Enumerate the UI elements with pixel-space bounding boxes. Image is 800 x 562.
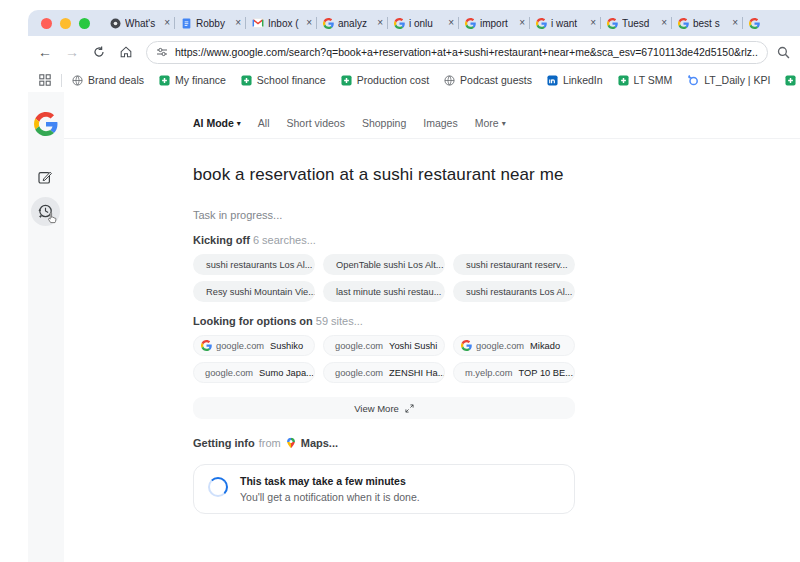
view-more-button[interactable]: View More [193,397,575,419]
apps-grid-icon[interactable] [39,74,51,86]
search-chip[interactable]: OpenTable sushi Los Alt... [323,254,445,275]
bookmark-dailyvalue[interactable]: DailyValue [785,74,800,86]
query-title: book a reservation at a sushi restaurant… [193,165,575,185]
reload-button[interactable] [92,45,106,59]
tab-title: Inbox ( [268,18,302,29]
globe-icon [72,75,83,86]
google-icon [749,18,760,29]
bookmark-label: LinkedIn [563,74,603,86]
chevron-down-icon: ▾ [502,119,506,128]
site-chip[interactable]: m.yelp.comTOP 10 BE... [453,362,575,383]
site-chip[interactable]: google.comMikado [453,335,575,356]
tab-title: i want [551,18,586,29]
tab-close-icon[interactable]: × [306,18,312,28]
search-chip[interactable]: sushi restaurant reserv... [453,254,575,275]
browser-tab[interactable]: What's × [104,10,175,36]
bookmark-label: Brand deals [88,74,144,86]
browser-tab[interactable]: analyz × [317,10,388,36]
tab-title: best s [693,18,728,29]
bookmark-podcast-guests[interactable]: Podcast guests [444,74,532,86]
bookmark-label: Podcast guests [460,74,532,86]
bookmark-lt-daily-kpi[interactable]: LT_Daily | KPI [687,74,770,86]
site-chip[interactable]: google.comZENSHI Ha... [323,362,445,383]
tab-close-icon[interactable]: × [235,18,241,28]
kicking-off-line: Kicking off 6 searches... [193,234,575,246]
sheets-icon [241,75,252,86]
search-chip[interactable]: Resy sushi Mountain Vie... [193,281,315,302]
tune-icon[interactable] [156,46,168,58]
google-icon [394,18,405,29]
url-text[interactable]: https://www.google.com/search?q=book+a+r… [175,46,758,58]
search-result-tabs: AI Mode▾ All Short videos Shopping Image… [64,92,800,139]
tab-close-icon[interactable]: × [590,18,596,28]
tab-close-icon[interactable]: × [164,18,170,28]
google-icon [607,18,618,29]
minimize-window-button[interactable] [60,18,71,29]
google-icon [461,340,472,351]
tab-title: i onlu [409,18,444,29]
browser-tab[interactable]: Tuesd × [601,10,672,36]
browser-tab[interactable]: Robby × [175,10,246,36]
back-button[interactable]: ← [38,45,52,59]
sheets-icon [159,75,170,86]
tab-all[interactable]: All [258,117,270,129]
bookmark-my-finance[interactable]: My finance [159,74,226,86]
home-button[interactable] [119,45,133,59]
bookmarks-bar: Brand deals My finance School finance Pr… [28,68,800,92]
bookmark-linkedin[interactable]: LinkedIn [547,74,603,86]
site-chip[interactable]: google.comSushiko [193,335,315,356]
tab-more[interactable]: More▾ [475,117,506,129]
tab-close-icon[interactable]: × [377,18,383,28]
site-chip[interactable]: google.comYoshi Sushi [323,335,445,356]
browser-tab[interactable]: Inbox ( × [246,10,317,36]
browser-toolbar: ← → https://www.google.com/search?q=book… [28,36,800,68]
maps-label: Maps... [301,437,338,449]
tab-close-icon[interactable]: × [661,18,667,28]
browser-tab[interactable]: i want × [530,10,601,36]
sheets-icon [341,75,352,86]
tab-close-icon[interactable]: × [448,18,454,28]
browser-tab[interactable]: i onlu × [388,10,459,36]
tab-close-icon[interactable]: × [732,18,738,28]
tab-images[interactable]: Images [423,117,457,129]
google-logo[interactable] [34,112,58,136]
divider [61,74,62,87]
tab-short-videos[interactable]: Short videos [287,117,345,129]
task-notice-card: This task may take a few minutes You'll … [193,464,575,514]
traffic-lights [28,18,104,29]
search-chips-grid: sushi restaurants Los Al... OpenTable su… [193,254,575,302]
browser-tab-partial[interactable] [743,10,765,36]
bookmark-production-cost[interactable]: Production cost [341,74,429,86]
new-chat-button[interactable] [37,169,53,185]
search-chip[interactable]: sushi restaurants Los Al... [453,281,575,302]
browser-window: What's × Robby × Inbox ( × analyz × i on… [28,10,800,562]
tab-shopping[interactable]: Shopping [362,117,406,129]
view-more-label: View More [354,403,399,414]
bookmark-label: My finance [175,74,226,86]
bookmark-lt-smm[interactable]: LT SMM [618,74,673,86]
tab-close-icon[interactable]: × [519,18,525,28]
close-window-button[interactable] [41,18,52,29]
browser-tab[interactable]: import × [459,10,530,36]
search-chip[interactable]: last minute sushi restau... [323,281,445,302]
bookmark-brand-deals[interactable]: Brand deals [72,74,144,86]
bookmark-label: LT_Daily | KPI [704,74,770,86]
task-status-text: Task in progress... [193,209,575,221]
site-chip[interactable]: google.comSumo Japa... [193,362,315,383]
chrome-icon [110,18,121,29]
forward-button[interactable]: → [65,45,79,59]
bookmark-label: LT SMM [634,74,673,86]
browser-tab[interactable]: best s × [672,10,743,36]
search-chip[interactable]: sushi restaurants Los Al... [193,254,315,275]
tab-ai-mode[interactable]: AI Mode▾ [193,117,241,129]
bookmark-label: School finance [257,74,326,86]
kicking-off-label: Kicking off [193,234,250,246]
url-bar[interactable]: https://www.google.com/search?q=book+a+r… [146,41,768,64]
google-icon [323,18,334,29]
loading-spinner-icon [208,477,228,497]
page-content: AI Mode▾ All Short videos Shopping Image… [28,92,800,562]
bookmark-school-finance[interactable]: School finance [241,74,326,86]
mouse-cursor [43,209,59,225]
search-icon[interactable] [777,46,790,59]
zoom-window-button[interactable] [79,18,90,29]
